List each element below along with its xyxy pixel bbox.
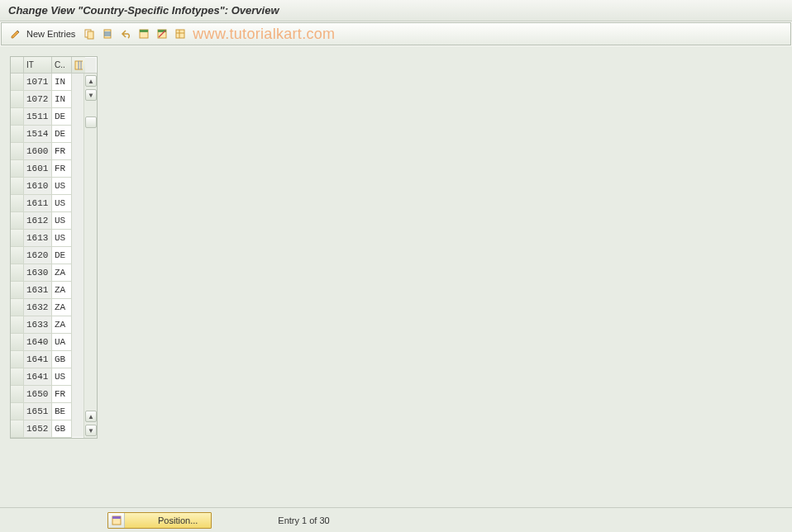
cell-it[interactable]: 1601	[24, 160, 52, 178]
cell-country[interactable]: ZA	[52, 264, 72, 282]
svg-rect-11	[176, 30, 184, 38]
scroll-page-up-icon[interactable]: ▲	[85, 411, 97, 422]
cell-it[interactable]: 1613	[24, 230, 52, 247]
row-selector[interactable]	[11, 334, 24, 351]
position-button[interactable]: Position...	[107, 512, 212, 529]
cell-country[interactable]: US	[52, 178, 72, 195]
row-selector[interactable]	[11, 264, 24, 282]
vertical-scrollbar[interactable]: ▲ ▼ ▲ ▼	[83, 74, 97, 438]
column-country[interactable]: C..	[52, 57, 72, 73]
cell-it[interactable]: 1630	[24, 264, 52, 282]
cell-it[interactable]: 1641	[24, 351, 52, 368]
table-header: IT C..	[11, 57, 97, 74]
cell-country[interactable]: IN	[52, 91, 72, 108]
row-selector[interactable]	[11, 178, 24, 195]
row-selector[interactable]	[11, 91, 24, 108]
cell-country[interactable]: DE	[52, 108, 72, 126]
row-selector[interactable]	[11, 420, 24, 438]
cell-country[interactable]: FR	[52, 143, 72, 160]
cell-country[interactable]: UA	[52, 334, 72, 351]
row-selector[interactable]	[11, 386, 24, 403]
cell-it[interactable]: 1651	[24, 403, 52, 420]
cell-it[interactable]: 1620	[24, 247, 52, 264]
svg-rect-7	[140, 30, 148, 32]
cell-country[interactable]: ZA	[52, 299, 72, 316]
position-icon	[108, 513, 125, 528]
row-selector[interactable]	[11, 143, 24, 160]
column-it[interactable]: IT	[24, 57, 52, 73]
cell-country[interactable]: FR	[52, 386, 72, 403]
cell-it[interactable]: 1640	[24, 334, 52, 351]
cell-it[interactable]: 1514	[24, 126, 52, 143]
toggle-display-change-icon[interactable]	[7, 26, 24, 42]
row-selector[interactable]	[11, 160, 24, 178]
copy-as-icon[interactable]	[81, 26, 98, 42]
new-entries-button[interactable]: New Entries	[26, 29, 75, 39]
title-bar: Change View "Country-Specific Infotypes"…	[0, 0, 792, 21]
cell-it[interactable]: 1650	[24, 386, 52, 403]
select-all-icon[interactable]	[136, 26, 152, 42]
watermark-text: www.tutorialkart.com	[193, 26, 335, 43]
scroll-down-icon[interactable]: ▼	[85, 89, 97, 101]
cell-country[interactable]: IN	[52, 74, 72, 91]
row-selector[interactable]	[11, 74, 24, 91]
row-selector[interactable]	[11, 368, 24, 386]
scroll-thumb[interactable]	[85, 116, 97, 128]
content-area: IT C.. 1071IN1072IN1511DE1514DE1600FR160…	[0, 46, 792, 507]
row-selector[interactable]	[11, 126, 24, 143]
page-title: Change View "Country-Specific Infotypes"…	[8, 4, 279, 17]
position-label: Position...	[158, 515, 198, 525]
delete-icon[interactable]	[99, 26, 116, 42]
row-selector[interactable]	[11, 299, 24, 316]
cell-it[interactable]: 1632	[24, 299, 52, 316]
row-selector[interactable]	[11, 230, 24, 247]
entry-counter: Entry 1 of 30	[278, 515, 329, 525]
deselect-all-icon[interactable]	[154, 26, 170, 42]
toolbar: New Entries www.tutorialkart.com	[1, 22, 791, 45]
infotype-table: IT C.. 1071IN1072IN1511DE1514DE1600FR160…	[10, 56, 98, 439]
cell-it[interactable]: 1511	[24, 108, 52, 126]
svg-rect-18	[112, 516, 121, 519]
cell-it[interactable]: 1633	[24, 316, 52, 334]
cell-country[interactable]: ZA	[52, 316, 72, 334]
cell-country[interactable]: DE	[52, 247, 72, 264]
row-selector[interactable]	[11, 247, 24, 264]
cell-it[interactable]: 1071	[24, 74, 52, 91]
cell-country[interactable]: US	[52, 368, 72, 386]
row-selector[interactable]	[11, 212, 24, 230]
cell-country[interactable]: US	[52, 230, 72, 247]
svg-rect-1	[88, 31, 93, 39]
row-selector[interactable]	[11, 108, 24, 126]
footer-bar: Position... Entry 1 of 30	[0, 507, 792, 532]
table-settings-icon[interactable]	[172, 26, 188, 42]
cell-country[interactable]: ZA	[52, 282, 72, 299]
cell-it[interactable]: 1600	[24, 143, 52, 160]
cell-it[interactable]: 1610	[24, 178, 52, 195]
cell-it[interactable]: 1611	[24, 195, 52, 212]
undo-change-icon[interactable]	[117, 26, 134, 42]
cell-it[interactable]: 1641	[24, 368, 52, 386]
cell-it[interactable]: 1631	[24, 282, 52, 299]
scroll-up-icon[interactable]: ▲	[85, 75, 97, 87]
cell-it[interactable]: 1612	[24, 212, 52, 230]
configure-columns-icon[interactable]	[72, 57, 85, 73]
cell-it[interactable]: 1072	[24, 91, 52, 108]
scroll-page-down-icon[interactable]: ▼	[85, 425, 97, 436]
cell-country[interactable]: GB	[52, 351, 72, 368]
cell-country[interactable]: GB	[52, 420, 72, 438]
cell-country[interactable]: US	[52, 212, 72, 230]
row-selector[interactable]	[11, 403, 24, 420]
cell-country[interactable]: US	[52, 195, 72, 212]
cell-country[interactable]: FR	[52, 160, 72, 178]
row-selector[interactable]	[11, 282, 24, 299]
cell-country[interactable]: BE	[52, 403, 72, 420]
column-selector[interactable]	[11, 57, 24, 73]
row-selector[interactable]	[11, 316, 24, 334]
cell-country[interactable]: DE	[52, 126, 72, 143]
cell-it[interactable]: 1652	[24, 420, 52, 438]
row-selector[interactable]	[11, 351, 24, 368]
row-selector[interactable]	[11, 195, 24, 212]
